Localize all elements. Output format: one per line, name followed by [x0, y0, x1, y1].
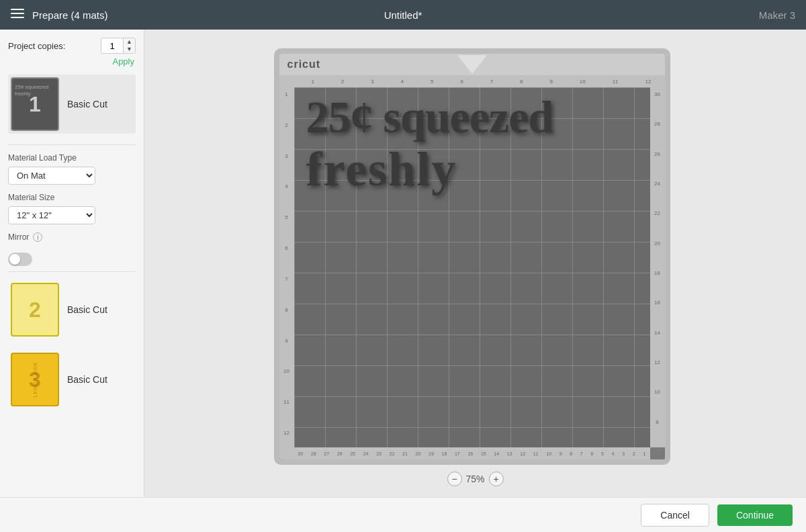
ruler-bottom: 302827 262524 232221 201918 171615 14131… — [294, 447, 650, 459]
bottom-bar: Cancel Continue — [0, 497, 806, 532]
mat-header: cricut — [279, 54, 665, 75]
mat-thumb-vertical-text: LEMON AIDE — [33, 362, 38, 398]
mat-text-content: 25¢ squeezed freshly — [306, 94, 645, 193]
document-title: Untitled* — [384, 9, 422, 21]
mat-item-1[interactable]: 25¢ squeezed freshly 1 Basic Cut — [8, 75, 136, 134]
material-size-label: Material Size — [8, 193, 136, 202]
svg-rect-1 — [11, 13, 24, 14]
header: Prepare (4 mats) Untitled* Maker 3 — [0, 0, 806, 30]
mat-triangle — [457, 55, 487, 74]
ruler-top-numbers: 123 456 789 101112 — [298, 79, 665, 85]
mat-text-line1: 25¢ squeezed — [306, 94, 645, 140]
zoom-controls: − 75% + — [447, 472, 503, 486]
copies-up-button[interactable]: ▲ — [124, 38, 135, 46]
mirror-info-icon[interactable]: i — [33, 232, 42, 242]
mat-thumbnail-3: 3 LEMON AIDE — [11, 353, 59, 406]
cancel-button[interactable]: Cancel — [641, 504, 709, 527]
mat-label-1: Basic Cut — [67, 99, 107, 109]
ruler-right: 30 28 26 24 22 20 18 16 14 12 10 8 — [650, 87, 665, 447]
device-name: Maker 3 — [759, 9, 795, 21]
project-copies-label: Project copies: — [8, 41, 101, 51]
continue-button[interactable]: Continue — [717, 504, 793, 526]
copies-spinners: ▲ ▼ — [123, 38, 135, 53]
material-load-select[interactable]: On Mat Without Mat — [8, 167, 95, 185]
project-copies-row: Project copies: ▲ ▼ — [8, 38, 136, 54]
copies-input-wrap: ▲ ▼ — [101, 38, 136, 54]
cutting-mat: cricut 123 456 789 101112 1 2 3 — [274, 48, 670, 465]
mat-number-1: 1 — [29, 92, 41, 117]
mat-brand: cricut — [287, 58, 321, 71]
zoom-out-button[interactable]: − — [447, 472, 461, 486]
copies-input[interactable] — [101, 40, 123, 52]
apply-button[interactable]: Apply — [8, 56, 136, 66]
mirror-toggle[interactable] — [8, 253, 32, 266]
material-load-label: Material Load Type — [8, 153, 136, 163]
mat-item-2[interactable]: 2 Basic Cut — [8, 280, 136, 339]
mat-item-3[interactable]: 3 LEMON AIDE Basic Cut — [8, 350, 136, 409]
ruler-top: 123 456 789 101112 — [279, 75, 665, 87]
svg-rect-2 — [11, 17, 24, 18]
sidebar: Project copies: ▲ ▼ Apply 25¢ squeezed f… — [0, 30, 144, 497]
canvas-area: cricut 123 456 789 101112 1 2 3 — [144, 30, 806, 497]
main-area: Project copies: ▲ ▼ Apply 25¢ squeezed f… — [0, 30, 806, 497]
copies-down-button[interactable]: ▼ — [124, 46, 135, 53]
mat-thumbnail-1: 25¢ squeezed freshly 1 — [11, 77, 59, 131]
mat-thumbnail-2: 2 — [11, 283, 59, 337]
cutting-mat-wrapper: cricut 123 456 789 101112 1 2 3 — [274, 48, 677, 478]
mirror-row: Mirror i — [8, 232, 136, 242]
menu-icon[interactable] — [11, 9, 24, 21]
mat-text-line2: freshly — [306, 145, 645, 193]
sidebar-divider-1 — [8, 144, 136, 145]
material-size-select[interactable]: 12" x 12" 12" x 24" — [8, 206, 95, 224]
sidebar-divider-2 — [8, 271, 136, 272]
mirror-label: Mirror — [8, 232, 29, 242]
zoom-in-button[interactable]: + — [489, 472, 504, 486]
mat-number-2: 2 — [29, 298, 41, 322]
ruler-left: 1 2 3 4 5 6 7 8 9 10 11 12 — [279, 87, 294, 459]
toggle-knob — [9, 254, 20, 265]
zoom-value: 75% — [465, 474, 484, 484]
svg-rect-0 — [11, 9, 24, 10]
mat-label-3: Basic Cut — [67, 374, 107, 385]
mat-label-2: Basic Cut — [67, 304, 107, 315]
